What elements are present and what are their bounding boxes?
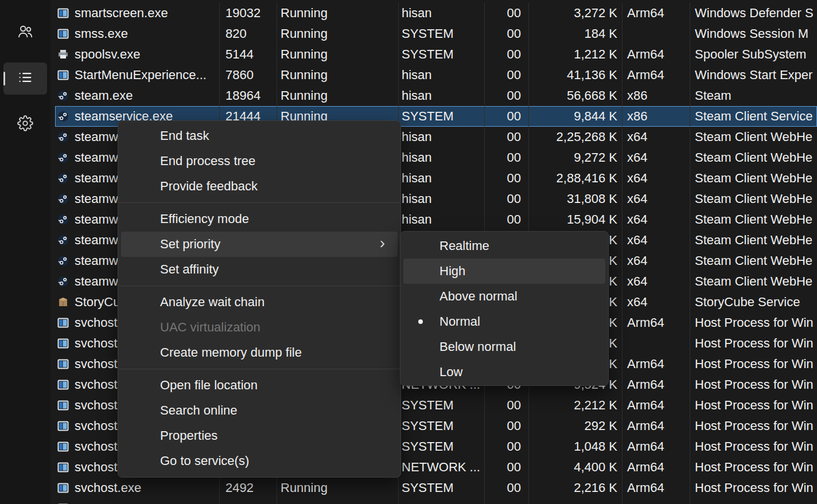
menu-item-provide-feedback[interactable]: Provide feedback xyxy=(121,174,398,199)
description-cell: Host Process for Win xyxy=(690,478,817,498)
description-cell: Host Process for Win xyxy=(690,395,817,416)
process-name-cell: StartMenuExperience... xyxy=(55,65,220,85)
menu-item-set-priority[interactable]: Set priority› xyxy=(121,232,398,257)
menu-item-efficiency-mode[interactable]: Efficiency mode xyxy=(121,206,398,232)
memory-cell: 1,048 K xyxy=(529,436,623,457)
submenu-item-label: Above normal xyxy=(439,289,518,304)
process-name-cell: smss.exe xyxy=(55,24,220,44)
sidebar-item-settings[interactable] xyxy=(3,108,47,140)
printer-process-icon xyxy=(57,49,69,60)
process-name-cell: spoolsv.exe xyxy=(55,44,220,65)
status-cell xyxy=(277,498,399,504)
user-cell: hisan xyxy=(399,147,485,168)
menu-item-end-process-tree[interactable]: End process tree xyxy=(121,149,398,174)
submenu-item-normal[interactable]: Normal xyxy=(403,309,605,334)
table-row[interactable]: spoolsv.exe5144RunningSYSTEM001,212 KArm… xyxy=(55,44,817,65)
menu-item-label: Provide feedback xyxy=(160,179,258,194)
process-name: svchost.exe xyxy=(75,480,141,495)
menu-item-create-memory-dump-file[interactable]: Create memory dump file xyxy=(121,340,398,365)
user-cell: SYSTEM xyxy=(399,478,485,498)
process-name: svchost xyxy=(75,398,118,413)
menu-item-label: Open file location xyxy=(160,378,258,393)
cpu-cell: 00 xyxy=(485,457,529,478)
exe-process-icon xyxy=(57,69,69,81)
pid-cell: 19032 xyxy=(220,3,277,24)
status-cell: Running xyxy=(277,65,399,85)
cpu-cell: 00 xyxy=(485,147,529,168)
menu-item-label: Set affinity xyxy=(160,262,219,277)
steam-process-icon xyxy=(57,255,69,267)
submenu-item-low[interactable]: Low xyxy=(403,360,605,385)
menu-item-end-task[interactable]: End task xyxy=(121,123,398,149)
pid-cell: 2492 xyxy=(220,478,277,498)
submenu-item-high[interactable]: High xyxy=(403,259,605,284)
cpu-cell: 00 xyxy=(485,478,529,498)
pid-cell: 5144 xyxy=(220,44,277,65)
menu-item-analyze-wait-chain[interactable]: Analyze wait chain xyxy=(121,290,398,315)
process-name: steamw xyxy=(75,253,118,268)
cpu-cell: 00 xyxy=(485,189,529,209)
description-cell: Host Process for Win xyxy=(690,436,817,457)
cpu-cell: 00 xyxy=(485,85,529,106)
exe-process-icon xyxy=(57,7,69,19)
menu-item-label: Create memory dump file xyxy=(160,345,302,360)
submenu-item-above-normal[interactable]: Above normal xyxy=(403,284,605,309)
architecture-cell: Arm64 xyxy=(623,354,690,374)
radio-bullet-icon xyxy=(418,319,423,324)
memory-cell: 15,904 K xyxy=(529,209,623,230)
memory-cell xyxy=(529,498,623,504)
sidebar-item-details[interactable] xyxy=(3,62,47,95)
cpu-cell: 00 xyxy=(485,436,529,457)
description-cell: Windows Start Exper xyxy=(690,65,817,85)
submenu-item-realtime[interactable]: Realtime xyxy=(403,233,605,259)
table-row[interactable]: smartscreen.exe19032Runninghisan003,272 … xyxy=(55,3,817,24)
menu-item-label: Set priority xyxy=(160,237,220,252)
people-icon xyxy=(17,23,34,42)
steam-process-icon xyxy=(57,173,69,184)
table-row[interactable]: svchost.exe2492RunningSYSTEM002,216 KArm… xyxy=(55,478,817,498)
process-name: steam.exe xyxy=(75,88,133,103)
architecture-cell xyxy=(623,333,690,354)
priority-submenu: RealtimeHighAbove normalNormalBelow norm… xyxy=(400,231,609,386)
user-cell: hisan xyxy=(399,189,485,209)
architecture-cell: Arm64 xyxy=(623,374,690,395)
menu-item-properties[interactable]: Properties xyxy=(121,423,398,448)
table-row[interactable] xyxy=(55,498,817,504)
menu-item-go-to-service-s[interactable]: Go to service(s) xyxy=(121,448,398,474)
sidebar-item-users[interactable] xyxy=(3,17,47,49)
status-cell: Running xyxy=(277,44,399,65)
exe-process-icon xyxy=(57,441,69,452)
process-name: StoryCu xyxy=(75,295,120,310)
steam-process-icon xyxy=(57,131,69,143)
status-cell: Running xyxy=(277,85,399,106)
description-cell: Steam Client WebHe xyxy=(690,127,817,147)
table-row[interactable]: steam.exe18964Runninghisan0056,668 Kx86S… xyxy=(55,85,817,106)
menu-item-open-file-location[interactable]: Open file location xyxy=(121,373,398,398)
menu-item-search-online[interactable]: Search online xyxy=(121,398,398,423)
submenu-item-below-normal[interactable]: Below normal xyxy=(403,334,605,360)
memory-cell: 184 K xyxy=(529,24,623,44)
memory-cell: 2,25,268 K xyxy=(529,127,623,147)
architecture-cell: Arm64 xyxy=(623,457,690,478)
user-cell: SYSTEM xyxy=(399,416,485,436)
table-row[interactable]: smss.exe820RunningSYSTEM00184 KWindows S… xyxy=(55,24,817,44)
menu-item-label: End task xyxy=(160,128,209,143)
memory-cell: 2,212 K xyxy=(529,395,623,416)
description-cell: Steam Client Service xyxy=(690,106,817,127)
process-name: smss.exe xyxy=(75,26,128,41)
submenu-chevron-icon: › xyxy=(380,235,385,251)
menu-item-label: Search online xyxy=(160,403,238,418)
user-cell: hisan xyxy=(399,65,485,85)
process-name: svchost xyxy=(75,439,118,454)
steam-process-icon xyxy=(57,152,69,163)
description-cell: Host Process for Win xyxy=(690,374,817,395)
cpu-cell: 00 xyxy=(485,127,529,147)
table-row[interactable]: StartMenuExperience...7860Runninghisan00… xyxy=(55,65,817,85)
exe-process-icon xyxy=(57,379,69,390)
user-cell: SYSTEM xyxy=(399,24,485,44)
description-cell: Windows Defender S xyxy=(690,3,817,24)
menu-item-set-affinity[interactable]: Set affinity xyxy=(121,257,398,282)
process-name: svchost xyxy=(75,419,118,433)
user-cell: hisan xyxy=(399,168,485,189)
submenu-item-label: Below normal xyxy=(439,339,516,354)
